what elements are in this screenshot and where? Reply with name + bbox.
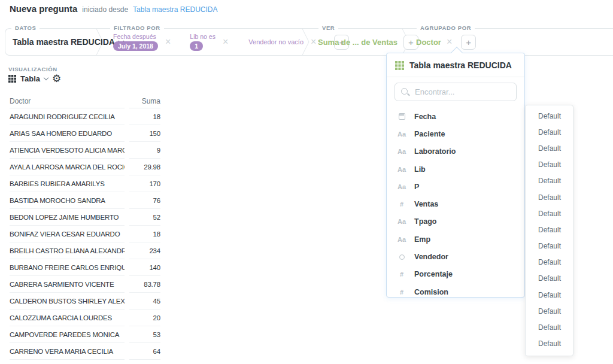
field-type-icon: Aa	[396, 148, 408, 155]
suma-cell: 52	[129, 209, 160, 226]
field-list-item[interactable]: Fecha	[387, 108, 524, 125]
doctor-cell: BREILH CASTRO ELIANA ALEXANDRA	[10, 242, 125, 259]
visualization-section-label: VISUALIZACIÓN	[8, 66, 57, 72]
binning-option-default[interactable]: Default	[526, 271, 573, 287]
remove-filter-icon[interactable]	[309, 37, 317, 47]
table-row[interactable]: CARRENO VERA MARIA CECILIA 64	[10, 343, 160, 360]
field-list-item[interactable]: Aa Tpago	[387, 213, 524, 230]
table-row[interactable]: ATIENCIA VERDESOTO ALICIA MARGOTH 9	[10, 142, 160, 159]
field-type-glyph: Aa	[397, 218, 406, 225]
field-type-glyph: Aa	[397, 166, 406, 173]
source-table-link[interactable]: Tabla maestra REDUCIDA	[133, 5, 217, 14]
filter-field-label: Lib no es	[190, 33, 216, 40]
remove-breakout-icon[interactable]	[445, 37, 453, 47]
filter-value-pill[interactable]: 1	[190, 41, 203, 51]
field-list-item[interactable]: Aa Laboratorio	[387, 143, 524, 160]
doctor-cell: ARAGUNDI RODRIGUEZ CECILIA	[10, 108, 125, 125]
field-type-icon: Aa	[396, 131, 408, 138]
binning-option-default[interactable]: Default	[526, 336, 573, 352]
field-type-icon	[396, 254, 408, 260]
table-row[interactable]: BEDON LOPEZ JAIME HUMBERTO 52	[10, 209, 160, 226]
table-row[interactable]: ARIAS SAA HOMERO EDUARDO 150	[10, 125, 160, 142]
suma-cell: 18	[129, 108, 160, 125]
suma-cell: 83.78	[129, 276, 160, 293]
suma-cell: 76	[129, 192, 160, 209]
settings-gear-icon[interactable]	[52, 74, 61, 84]
field-list-item[interactable]: Aa Lib	[387, 160, 524, 178]
binning-options-panel: Default Default Default Default Default …	[525, 105, 573, 356]
table-row[interactable]: BREILH CASTRO ELIANA ALEXANDRA 234	[10, 242, 160, 259]
doctor-cell: CALDERON BUSTOS SHIRLEY ALEXAND...	[10, 293, 125, 310]
field-type-icon: Aa	[396, 183, 408, 190]
field-list-item[interactable]: # Comision	[387, 283, 524, 301]
binning-option-default[interactable]: Default	[526, 238, 573, 254]
filter-section: Fecha después July 1, 2018 Lib no es 1 V…	[113, 29, 349, 55]
binning-option-default[interactable]: Default	[526, 222, 573, 238]
visualization-selector[interactable]: Tabla	[8, 74, 61, 84]
table-row[interactable]: BONIFAZ VIERA CESAR EDUARDO 18	[10, 226, 160, 242]
binning-option-default[interactable]: Default	[526, 303, 573, 319]
datos-section: Tabla maestra REDUCIDA	[13, 29, 123, 55]
filter-item-fecha[interactable]: Fecha después July 1, 2018	[113, 33, 158, 51]
binning-option-default[interactable]: Default	[526, 189, 573, 205]
add-breakout-button[interactable]: +	[461, 35, 476, 50]
data-source-selector[interactable]: Tabla maestra REDUCIDA	[13, 37, 123, 47]
table-row[interactable]: CALOZZUMA GARCIA LOURDES 20	[10, 310, 160, 326]
field-search-input[interactable]	[415, 87, 510, 96]
column-header-doctor[interactable]: Doctor	[10, 94, 125, 108]
field-type-icon: Aa	[396, 236, 408, 243]
field-list-item[interactable]: # Porcentaje	[387, 266, 524, 283]
filter-value-pill[interactable]: July 1, 2018	[113, 41, 158, 51]
binning-option-default[interactable]: Default	[526, 254, 573, 271]
field-type-icon: Aa	[396, 166, 408, 173]
binning-option-default[interactable]: Default	[526, 108, 573, 124]
field-list-item[interactable]: # Ventas	[387, 195, 524, 213]
binning-option-default[interactable]: Default	[526, 173, 573, 189]
table-row[interactable]: CABRERA SARMIENTO VICENTE 83.78	[10, 276, 160, 293]
field-type-icon: Aa	[396, 218, 408, 225]
doctor-cell: CABRERA SARMIENTO VICENTE	[10, 276, 125, 293]
suma-cell: 234	[129, 242, 160, 259]
binning-option-default[interactable]: Default	[526, 319, 573, 335]
binning-option-default[interactable]: Default	[526, 157, 573, 173]
remove-filter-icon[interactable]	[221, 37, 229, 47]
field-name: Ventas	[414, 200, 438, 208]
doctor-cell: AYALA LARROSA MARCIA DEL ROCIO	[10, 159, 125, 175]
field-list-item[interactable]: Vendedor	[387, 248, 524, 265]
field-name: Fecha	[414, 113, 436, 121]
filter-item-lib[interactable]: Lib no es 1	[190, 33, 216, 51]
filter-item-vendedor[interactable]: Vendedor no vacío	[248, 38, 304, 46]
field-type-icon: #	[396, 271, 408, 278]
table-row[interactable]: CAMPOVERDE PAREDES MONICA 53	[10, 326, 160, 343]
breakout-label[interactable]: Doctor	[416, 38, 441, 47]
field-name: Lib	[414, 165, 426, 174]
field-list-item[interactable]: Aa P	[387, 178, 524, 195]
doctor-cell: CAMPOVERDE PAREDES MONICA	[10, 326, 125, 343]
suma-cell: 29.98	[129, 159, 160, 175]
suma-cell: 170	[129, 175, 160, 192]
table-grid-icon	[8, 75, 16, 83]
remove-filter-icon[interactable]	[164, 37, 172, 47]
binning-option-default[interactable]: Default	[526, 124, 573, 140]
table-row[interactable]: CALDERON BUSTOS SHIRLEY ALEXAND... 45	[10, 293, 160, 310]
doctor-cell: CALOZZUMA GARCIA LOURDES	[10, 310, 125, 326]
field-type-glyph: #	[400, 289, 403, 296]
field-type-glyph	[399, 254, 405, 260]
field-search-box[interactable]	[394, 83, 517, 101]
table-row[interactable]: ARAGUNDI RODRIGUEZ CECILIA 18	[10, 108, 160, 125]
table-row[interactable]: BARBIES RUBIERA AMARILYS 170	[10, 175, 160, 192]
table-row[interactable]: BURBANO FREIRE CARLOS ENRIQUE 140	[10, 259, 160, 276]
suma-cell: 64	[129, 343, 160, 360]
field-type-glyph: #	[400, 271, 403, 278]
aggregation-label[interactable]: Suma de ... de Ventas	[318, 38, 397, 47]
table-row[interactable]: AYALA LARROSA MARCIA DEL ROCIO 29.98	[10, 159, 160, 175]
field-list-item[interactable]: Aa Emp	[387, 230, 524, 248]
table-row[interactable]: BASTIDA MOROCHO SANDRA 76	[10, 192, 160, 209]
field-list-item[interactable]: Aa Paciente	[387, 125, 524, 142]
field-name: Paciente	[414, 130, 445, 138]
binning-option-default[interactable]: Default	[526, 140, 573, 156]
column-header-suma[interactable]: Suma	[129, 94, 160, 108]
binning-option-default[interactable]: Default	[526, 287, 573, 303]
field-type-glyph: Aa	[397, 131, 406, 138]
binning-option-default[interactable]: Default	[526, 205, 573, 222]
